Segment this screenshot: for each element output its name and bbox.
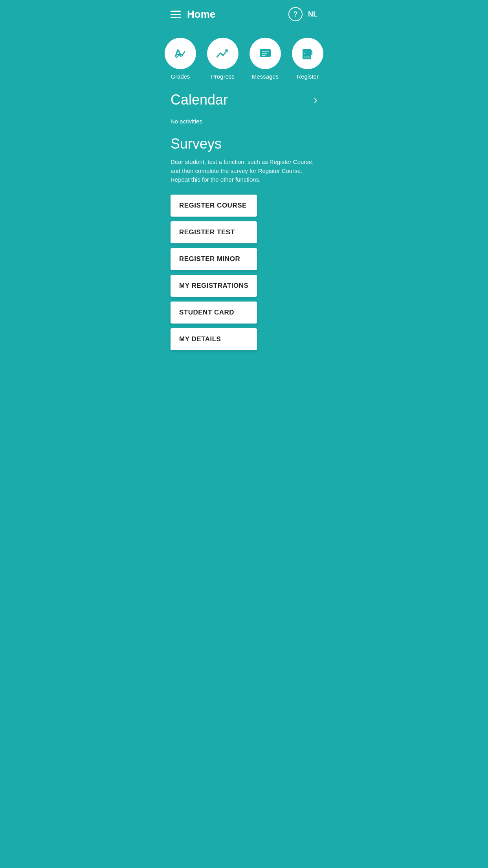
grades-icon: A bbox=[173, 46, 188, 61]
calendar-title: Calendar bbox=[171, 92, 228, 108]
quick-item-register[interactable]: Register bbox=[292, 38, 323, 80]
grades-label: Grades bbox=[171, 73, 190, 80]
quick-item-grades[interactable]: A Grades bbox=[165, 38, 196, 80]
language-button[interactable]: NL bbox=[308, 10, 317, 18]
my-registrations-button[interactable]: MY REGISTRATIONS bbox=[171, 275, 257, 297]
quick-item-messages[interactable]: Messages bbox=[250, 38, 281, 80]
grades-circle: A bbox=[165, 38, 196, 69]
calendar-chevron-icon: › bbox=[314, 94, 317, 106]
help-button[interactable]: ? bbox=[288, 7, 303, 21]
my-details-button[interactable]: MY DETAILS bbox=[171, 328, 257, 350]
svg-text:A: A bbox=[174, 47, 182, 59]
menu-button[interactable] bbox=[171, 11, 181, 18]
messages-icon bbox=[258, 46, 273, 61]
student-card-button[interactable]: STUDENT CARD bbox=[171, 302, 257, 324]
header-left: Home bbox=[171, 8, 215, 20]
register-test-button[interactable]: REGISTER TEST bbox=[171, 221, 257, 243]
register-course-button[interactable]: REGISTER COURSE bbox=[171, 195, 257, 217]
page-title: Home bbox=[187, 8, 215, 20]
surveys-description: Dear student, test a function, such as R… bbox=[171, 158, 317, 184]
progress-circle bbox=[207, 38, 238, 69]
register-icon bbox=[300, 46, 315, 61]
register-minor-button[interactable]: REGISTER MINOR bbox=[171, 248, 257, 270]
calendar-divider bbox=[171, 113, 317, 113]
register-label: Register bbox=[297, 73, 319, 80]
main-content: Calendar › No activities Surveys Dear st… bbox=[163, 88, 325, 366]
progress-icon bbox=[215, 46, 230, 61]
calendar-section[interactable]: Calendar › bbox=[171, 88, 317, 111]
messages-circle bbox=[250, 38, 281, 69]
app-header: Home ? NL bbox=[163, 0, 325, 27]
register-circle bbox=[292, 38, 323, 69]
quick-item-progress[interactable]: Progress bbox=[207, 38, 238, 80]
surveys-title: Surveys bbox=[171, 136, 317, 152]
header-right: ? NL bbox=[288, 7, 317, 21]
survey-buttons-container: REGISTER COURSE REGISTER TEST REGISTER M… bbox=[171, 195, 317, 366]
no-activities-text: No activities bbox=[171, 118, 317, 125]
quick-access-bar: A Grades Progress Messages bbox=[163, 27, 325, 88]
progress-label: Progress bbox=[211, 73, 235, 80]
messages-label: Messages bbox=[252, 73, 279, 80]
